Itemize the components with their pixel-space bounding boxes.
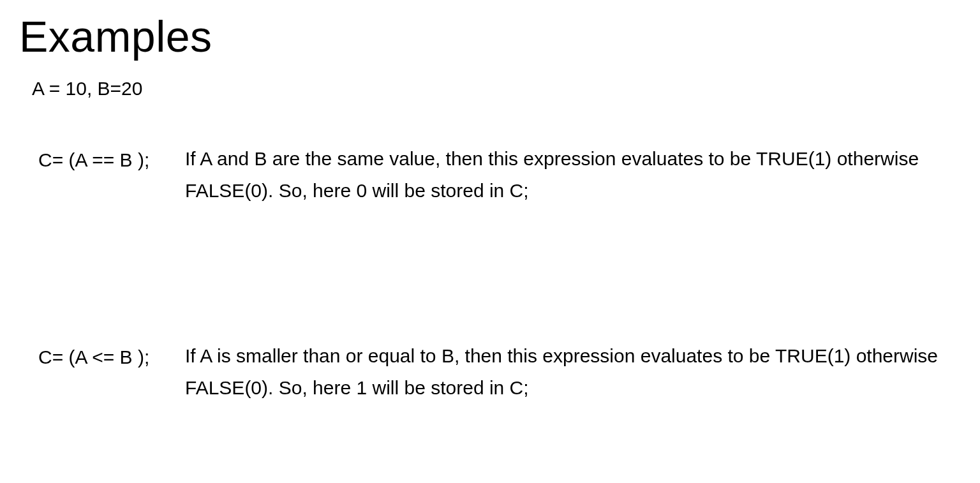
example-row-1: C= (A == B ); If A and B are the same va… xyxy=(0,143,980,206)
slide-title: Examples xyxy=(0,0,980,61)
variable-initialization: A = 10, B=20 xyxy=(0,61,980,100)
expression-2: C= (A <= B ); xyxy=(38,340,185,368)
expression-1: C= (A == B ); xyxy=(38,143,185,171)
example-row-2: C= (A <= B ); If A is smaller than or eq… xyxy=(0,340,980,403)
explanation-1: If A and B are the same value, then this… xyxy=(185,143,951,206)
explanation-2: If A is smaller than or equal to B, then… xyxy=(185,340,951,403)
